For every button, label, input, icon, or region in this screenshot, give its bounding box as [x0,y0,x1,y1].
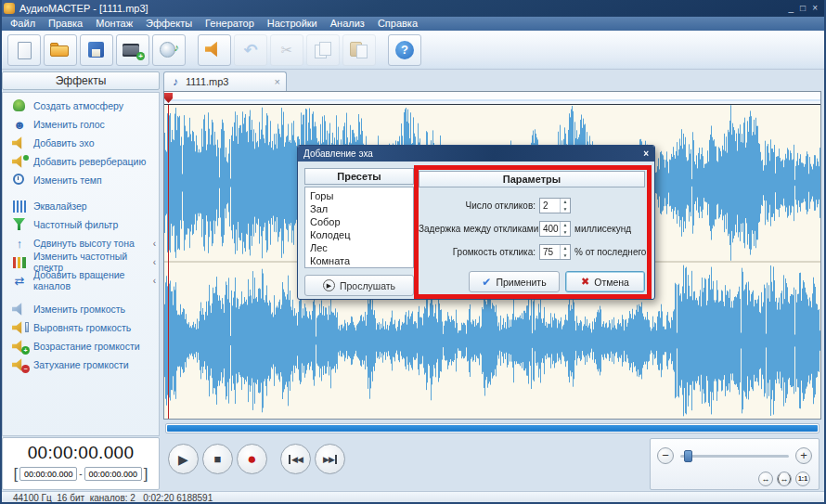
sidebar-item[interactable]: Затухание громкости [3,355,159,374]
menu-help[interactable]: Справка [371,17,424,31]
echo-dialog: Добавление эха × Пресеты ГорыЗалСоборКол… [297,145,655,300]
fit-selection-button[interactable]: ↔ [777,472,792,486]
spin-down-icon[interactable] [561,229,570,237]
sidebar-item[interactable]: Частотный фильтр [3,215,159,234]
skip-to-end-button[interactable] [315,444,345,474]
preset-item[interactable]: Зал [310,202,408,215]
app-logo-icon [4,3,15,14]
menu-effects[interactable]: Эффекты [139,17,199,31]
fit-width-button[interactable]: ↔ [758,472,773,486]
submenu-arrow-icon[interactable]: ‹ [153,239,156,249]
speaker-icon [204,41,225,59]
parameters-section: Параметры Число откликов:2Задержка между… [419,171,645,292]
extract-audio-from-video-button[interactable] [116,34,149,66]
spin-up-icon[interactable] [561,222,570,229]
overview-thumb[interactable] [167,425,818,432]
preset-item[interactable]: Собор [310,215,408,228]
preset-item[interactable]: Горы [310,189,408,202]
parameter-label: Громкость отклика: [419,247,539,257]
selection-start-field[interactable]: 00:00:00.000 [19,467,77,481]
sidebar-item[interactable]: Выровнять громкость [3,318,159,337]
sidebar-item[interactable]: Сдвинуть высоту тона‹ [3,234,159,252]
zoom-slider-handle[interactable] [684,450,692,462]
open-folder-icon [50,41,71,59]
titlebar[interactable]: АудиоМАСТЕР - [1111.mp3] _ □ × [0,0,826,17]
menu-edit[interactable]: Правка [42,17,89,31]
app-window: АудиоМАСТЕР - [1111.mp3] _ □ × ФайлПравк… [0,0,826,504]
menu-file[interactable]: Файл [4,17,42,31]
atmosphere-icon [12,99,27,112]
open-file-button[interactable] [44,34,77,66]
presets-section: Пресеты ГорыЗалСоборКолодецЛесКомната Пр… [304,168,414,296]
tab-close-icon[interactable]: × [275,76,280,87]
toolbar [0,31,826,70]
add-video-icon [123,41,143,59]
parameter-label: Задержка между откликами: [419,224,539,234]
zoom-slider[interactable] [680,455,789,458]
actual-scale-button[interactable]: 1:1 [795,472,810,486]
submenu-arrow-icon[interactable]: ‹ [153,276,156,286]
selection-end-field[interactable]: 00:00:00.000 [84,467,142,481]
spinbox[interactable]: 75 [539,244,571,260]
sidebar-item[interactable]: Изменить темп [3,171,159,189]
sidebar-item[interactable]: Эквалайзер [3,197,159,215]
dialog-title: Добавление эха [303,149,373,159]
close-button[interactable]: × [812,4,818,13]
save-button[interactable] [80,34,113,66]
submenu-arrow-icon[interactable]: ‹ [153,257,156,267]
spin-down-icon[interactable] [561,252,570,260]
menu-generator[interactable]: Генератор [199,17,261,31]
new-file-button[interactable] [7,34,41,66]
dialog-titlebar[interactable]: Добавление эха × [298,146,654,162]
help-button[interactable] [388,34,421,66]
timeline-ruler[interactable] [164,92,820,105]
cd-audio-icon [159,41,179,59]
sidebar-item-label: Добавить эхо [33,137,95,149]
rip-cd-button[interactable] [152,34,186,66]
sidebar-item[interactable]: Изменить частотный спектр‹ [3,252,159,271]
cancel-button[interactable]: Отмена [565,271,645,292]
preset-item[interactable]: Колодец [310,228,408,241]
sidebar-item-label: Изменить громкость [33,304,125,315]
spinbox[interactable]: 2 [539,198,571,213]
zoom-in-button[interactable]: + [795,447,812,464]
spinbox[interactable]: 400 [539,221,571,237]
listen-button[interactable]: Прослушать [304,275,414,296]
sidebar-item[interactable]: Возрастание громкости [3,337,159,355]
preset-item[interactable]: Лес [310,241,408,254]
sidebar-item[interactable]: Создать атмосферу [3,97,159,115]
record-button[interactable] [237,444,267,474]
maximize-button[interactable]: □ [800,4,806,13]
tab-1111-mp3[interactable]: 1111.mp3 × [163,71,287,91]
rotation-icon [12,274,27,287]
overview-scrollbar[interactable] [165,423,820,433]
spin-up-icon[interactable] [561,245,570,252]
dialog-close-icon[interactable]: × [643,149,649,159]
sidebar-item[interactable]: Добавить вращение каналов‹ [3,271,159,290]
menu-settings[interactable]: Настройки [261,17,324,31]
stop-button[interactable] [202,444,233,474]
apply-button[interactable]: Применить [469,271,560,292]
spinbox-value[interactable]: 2 [540,199,560,213]
play-button[interactable] [168,444,199,474]
save-icon [86,41,107,59]
skip-to-start-button[interactable] [280,444,311,474]
minimize-button[interactable]: _ [789,4,794,13]
effects-panel-header[interactable]: Эффекты [2,71,160,90]
record-voice-button[interactable] [198,34,231,66]
spin-down-icon[interactable] [561,206,570,213]
menu-analysis[interactable]: Анализ [324,17,371,31]
tempo-icon [12,174,27,187]
spinbox-value[interactable]: 400 [540,222,560,236]
preset-item[interactable]: Комната [310,254,408,267]
menu-montage[interactable]: Монтаж [89,17,139,31]
bracket-close: ] [144,467,148,481]
parameter-suffix: % от последнего [571,247,646,257]
sidebar-item[interactable]: Изменить голос [3,115,159,134]
zoom-out-button[interactable]: − [657,447,674,464]
sidebar-item[interactable]: Изменить громкость [3,300,159,318]
spin-up-icon[interactable] [561,199,570,206]
sidebar-item[interactable]: Добавить реверберацию [3,152,159,171]
sidebar-item[interactable]: Добавить эхо [3,134,159,152]
spinbox-value[interactable]: 75 [540,245,560,259]
